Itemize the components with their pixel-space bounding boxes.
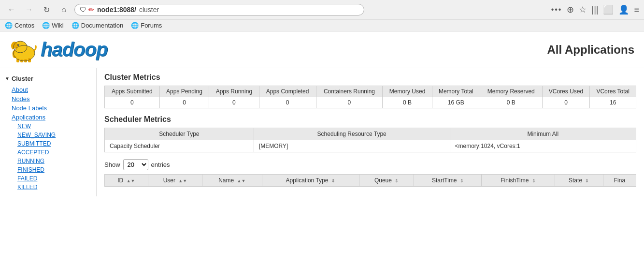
val-apps-running: 0 <box>209 97 259 108</box>
col-queue[interactable]: Queue ⇕ <box>359 175 414 187</box>
col-name[interactable]: Name ▲▼ <box>202 175 262 187</box>
edit-icon: ✏ <box>88 6 94 14</box>
address-host: node1:8088/ <box>97 6 136 14</box>
sort-arrows-application-type[interactable]: ⇕ <box>331 178 335 183</box>
col-vcores-used: VCores Used <box>542 86 590 97</box>
back-button[interactable]: ← <box>5 3 18 16</box>
sidebar-item-killed[interactable]: KILLED <box>0 183 96 192</box>
col-state[interactable]: State ⇕ <box>555 175 603 187</box>
col-scheduler-type: Scheduler Type <box>105 128 254 140</box>
bookmark-centos[interactable]: 🌐 Centos <box>5 22 34 29</box>
val-apps-submitted: 0 <box>105 97 160 108</box>
sort-arrows-id[interactable]: ▲▼ <box>127 178 135 183</box>
bookmark-label: Centos <box>14 22 34 29</box>
cluster-metrics-title: Cluster Metrics <box>104 73 636 82</box>
val-apps-completed: 0 <box>259 97 316 108</box>
col-final: Fina <box>603 175 636 187</box>
val-apps-pending: 0 <box>159 97 209 108</box>
bookmark-label: Forums <box>141 22 162 29</box>
home-button[interactable]: ⌂ <box>57 3 71 16</box>
applications-table: ID ▲▼ User ▲▼ Name ▲▼ Application Type ⇕ <box>104 174 636 187</box>
bookmarks-bar: 🌐 Centos 🌐 Wiki 🌐 Documentation 🌐 Forums <box>0 19 644 31</box>
col-start-time[interactable]: StartTime ⇕ <box>414 175 482 187</box>
cluster-metrics-row: 0 0 0 0 0 0 B 16 GB 0 B 0 16 <box>105 97 636 108</box>
val-scheduler-type: Capacity Scheduler <box>105 140 254 152</box>
globe-icon: 🌐 <box>72 22 79 29</box>
val-memory-used: 0 B <box>383 97 432 108</box>
bookmark-label: Documentation <box>81 22 123 29</box>
entries-label: entries <box>151 161 170 168</box>
col-vcores-total: VCores Total <box>590 86 636 97</box>
sort-arrows-start-time[interactable]: ⇕ <box>460 178 464 183</box>
val-memory-total: 16 GB <box>432 97 480 108</box>
col-application-type-label: Application Type <box>286 177 329 184</box>
sidebar-item-new-saving[interactable]: NEW_SAVING <box>0 131 96 139</box>
col-minimum-all: Minimum All <box>450 128 636 140</box>
col-scheduling-resource: Scheduling Resource Type <box>254 128 450 140</box>
sort-arrows-name[interactable]: ▲▼ <box>237 178 246 183</box>
bookmark-wiki[interactable]: 🌐 Wiki <box>42 22 64 29</box>
col-apps-running: Apps Running <box>209 86 259 97</box>
col-state-label: State <box>569 177 582 184</box>
bookmark-forums[interactable]: 🌐 Forums <box>131 22 162 29</box>
scheduler-metrics-row: Capacity Scheduler [MEMORY] <memory:1024… <box>105 140 636 152</box>
bookmark-documentation[interactable]: 🌐 Documentation <box>72 22 123 29</box>
col-memory-total: Memory Total <box>432 86 480 97</box>
val-vcores-total: 16 <box>590 97 636 108</box>
show-entries: Show 10 20 50 100 entries <box>104 159 636 170</box>
bookmark-label: Wiki <box>52 22 64 29</box>
page-title: All Applications <box>547 43 634 57</box>
tab-icon[interactable]: ⬜ <box>603 4 614 15</box>
val-containers-running: 0 <box>316 97 383 108</box>
col-apps-completed: Apps Completed <box>259 86 316 97</box>
sort-arrows-finish-time[interactable]: ⇕ <box>532 178 536 183</box>
refresh-button[interactable]: ↻ <box>40 3 53 16</box>
forward-button[interactable]: → <box>22 3 36 16</box>
col-start-time-label: StartTime <box>432 177 457 184</box>
sidebar-item-about[interactable]: About <box>0 85 96 94</box>
pocket-icon[interactable]: ⊕ <box>567 4 574 15</box>
sidebar-item-node-labels[interactable]: Node Labels <box>0 103 96 113</box>
sort-arrows-state[interactable]: ⇕ <box>585 178 589 183</box>
sidebar-item-running[interactable]: RUNNING <box>0 157 96 165</box>
col-id[interactable]: ID ▲▼ <box>105 175 148 187</box>
sidebar-item-new[interactable]: NEW <box>0 122 96 131</box>
col-name-label: Name <box>218 177 234 184</box>
scheduler-metrics-title: Scheduler Metrics <box>104 115 636 124</box>
address-path: cluster <box>139 6 159 14</box>
sidebar-cluster-label: Cluster <box>12 75 33 82</box>
page-header: hadoop All Applications <box>0 31 644 68</box>
col-user[interactable]: User ▲▼ <box>148 175 202 187</box>
col-finish-time-label: FinishTime <box>501 177 529 184</box>
sidebar-item-submitted[interactable]: SUBMITTED <box>0 139 96 148</box>
elephant-svg <box>10 36 39 63</box>
col-application-type[interactable]: Application Type ⇕ <box>262 175 359 187</box>
more-button[interactable]: ••• <box>551 5 562 14</box>
browser-toolbar: ← → ↻ ⌂ 🛡 ✏ node1:8088/cluster ••• ⊕ ☆ |… <box>0 0 644 19</box>
sidebar-item-nodes[interactable]: Nodes <box>0 94 96 103</box>
sidebar-cluster-toggle[interactable]: ▼ Cluster <box>0 73 96 85</box>
address-bar[interactable]: 🛡 ✏ node1:8088/cluster <box>74 4 364 15</box>
sidebar-item-failed[interactable]: FAILED <box>0 174 96 183</box>
hadoop-logo: hadoop <box>10 36 107 63</box>
col-memory-reserved: Memory Reserved <box>480 86 543 97</box>
sidebar-item-finished[interactable]: FINISHED <box>0 165 96 174</box>
library-icon[interactable]: ||| <box>591 5 598 15</box>
globe-icon: 🌐 <box>42 22 50 29</box>
col-finish-time[interactable]: FinishTime ⇕ <box>482 175 555 187</box>
val-scheduling-resource: [MEMORY] <box>254 140 450 152</box>
menu-icon[interactable]: ≡ <box>634 5 639 15</box>
entries-select[interactable]: 10 20 50 100 <box>123 159 148 170</box>
browser-chrome: ← → ↻ ⌂ 🛡 ✏ node1:8088/cluster ••• ⊕ ☆ |… <box>0 0 644 31</box>
sort-arrows-queue[interactable]: ⇕ <box>395 178 399 183</box>
val-memory-reserved: 0 B <box>480 97 543 108</box>
sidebar: ▼ Cluster About Nodes Node Labels Applic… <box>0 68 97 196</box>
star-icon[interactable]: ☆ <box>579 4 587 15</box>
globe-icon: 🌐 <box>5 22 13 29</box>
triangle-down-icon: ▼ <box>5 76 10 81</box>
sidebar-item-applications[interactable]: Applications <box>0 113 96 122</box>
sort-arrows-user[interactable]: ▲▼ <box>178 178 187 183</box>
sidebar-item-accepted[interactable]: ACCEPTED <box>0 148 96 157</box>
profile-icon[interactable]: 👤 <box>618 4 629 15</box>
show-label: Show <box>104 161 120 168</box>
